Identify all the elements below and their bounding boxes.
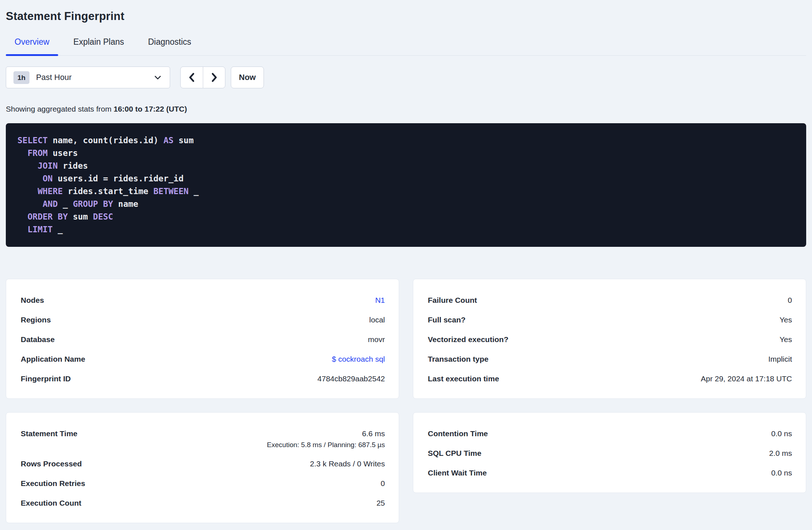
tab-overview[interactable]: Overview	[6, 36, 58, 55]
sql-token	[17, 225, 28, 234]
statement-fingerprint-page: Statement Fingerprint OverviewExplain Pl…	[0, 0, 812, 523]
tab-diagnostics[interactable]: Diagnostics	[139, 36, 200, 55]
stat-value-wrap: 0	[788, 295, 792, 305]
stat-row: Rows Processed2.3 k Reads / 0 Writes	[21, 459, 385, 469]
sql-token	[68, 199, 73, 209]
sql-token: id	[88, 174, 98, 183]
sql-token	[113, 199, 118, 209]
time-range-dropdown[interactable]: 1h Past Hour	[6, 67, 170, 88]
stat-row: Execution Count25	[21, 498, 385, 508]
sql-statement-box: SELECT name, count(rides.id) AS sum FROM…	[6, 123, 806, 247]
nodes-link[interactable]: N1	[375, 295, 385, 305]
sql-token: _	[63, 199, 68, 209]
stats-grid: NodesN1RegionslocalDatabasemovrApplicati…	[6, 279, 806, 523]
sql-keyword: BY	[103, 199, 113, 209]
sql-token: sum	[178, 136, 194, 145]
stat-label: Contention Time	[428, 429, 488, 439]
stat-value: 0.0 ns	[771, 429, 792, 439]
stat-value-wrap: 2.0 ms	[769, 448, 792, 458]
sql-token: rider_id	[143, 174, 184, 183]
stat-value: 25	[377, 498, 385, 508]
sql-keyword: SELECT	[17, 136, 48, 145]
stat-row: Databasemovr	[21, 334, 385, 345]
stat-row: Execution Retries0	[21, 478, 385, 489]
stat-value-wrap: 4784cb829aab2542	[317, 374, 385, 384]
next-range-button[interactable]	[203, 67, 225, 88]
stat-label: Failure Count	[428, 295, 477, 305]
sql-token	[17, 186, 37, 196]
application-name-link[interactable]: $ cockroach sql	[332, 354, 385, 364]
stat-label: Statement Time	[21, 429, 77, 439]
sql-token	[48, 148, 53, 158]
sql-token: count	[83, 136, 108, 145]
summary-card-right: Failure Count0Full scan?YesVectorized ex…	[413, 279, 806, 399]
stat-label: Nodes	[21, 295, 44, 305]
stat-row: Failure Count0	[428, 295, 792, 305]
stat-label: Rows Processed	[21, 459, 82, 469]
stat-row: Fingerprint ID4784cb829aab2542	[21, 374, 385, 384]
stat-value: movr	[368, 334, 385, 345]
sql-keyword: DESC	[93, 212, 113, 221]
sql-keyword: ORDER	[28, 212, 53, 221]
stat-label: Transaction type	[428, 354, 489, 364]
summary-card-left: NodesN1RegionslocalDatabasemovrApplicati…	[6, 279, 399, 399]
stat-subvalue: Execution: 5.8 ms / Planning: 687.5 µs	[267, 441, 385, 449]
sql-token	[48, 136, 53, 145]
sql-token: rides	[113, 174, 138, 183]
sql-token: rides	[113, 136, 138, 145]
chevron-down-icon	[154, 73, 162, 81]
stat-row: NodesN1	[21, 295, 385, 305]
now-button[interactable]: Now	[231, 67, 264, 88]
stat-row: Regionslocal	[21, 315, 385, 325]
stat-value: Implicit	[768, 354, 792, 364]
sql-keyword: AND	[43, 199, 58, 209]
stat-label: Fingerprint ID	[21, 374, 71, 384]
sql-keyword: WHERE	[37, 186, 63, 196]
stat-label: Last execution time	[428, 374, 499, 384]
sql-token: _	[194, 186, 199, 196]
sql-token	[17, 148, 28, 158]
stat-value: Apr 29, 2024 at 17:18 UTC	[701, 374, 792, 384]
sql-keyword: ON	[43, 174, 53, 183]
sql-keyword: BETWEEN	[153, 186, 189, 196]
stat-value-wrap: Yes	[780, 315, 792, 325]
stat-value: Yes	[780, 315, 792, 325]
stat-value-wrap: 0.0 ns	[771, 429, 792, 439]
stat-label: Regions	[21, 315, 51, 325]
stat-row: Contention Time0.0 ns	[428, 429, 792, 439]
chevron-right-icon	[209, 72, 219, 83]
sql-token: .	[138, 136, 143, 145]
sql-token: users	[58, 174, 83, 183]
sql-token	[17, 161, 37, 170]
tab-bar: OverviewExplain PlansDiagnostics	[6, 36, 806, 56]
stat-row: SQL CPU Time2.0 ms	[428, 448, 792, 458]
sql-token: rides	[63, 161, 88, 170]
stat-value: 2.0 ms	[769, 448, 792, 458]
time-range-label: Past Hour	[36, 73, 72, 82]
stat-label: Execution Retries	[21, 478, 85, 489]
tab-explain-plans[interactable]: Explain Plans	[65, 36, 133, 55]
sql-token	[68, 212, 73, 221]
sql-token: users	[53, 148, 78, 158]
sql-token: .	[138, 174, 143, 183]
sql-token	[148, 186, 153, 196]
stat-value: 0.0 ns	[771, 468, 792, 478]
sql-keyword: JOIN	[37, 161, 57, 170]
sql-token	[17, 174, 43, 183]
stat-label: SQL CPU Time	[428, 448, 481, 458]
stat-row: Application Name$ cockroach sql	[21, 354, 385, 364]
sql-token: sum	[73, 212, 88, 221]
stat-label: Client Wait Time	[428, 468, 487, 478]
stat-value-wrap: Implicit	[768, 354, 792, 364]
stat-value-wrap: Apr 29, 2024 at 17:18 UTC	[701, 374, 792, 384]
stat-value-wrap: N1	[375, 295, 385, 305]
sql-keyword: AS	[164, 136, 174, 145]
prev-range-button[interactable]	[181, 67, 203, 88]
sql-token: id	[143, 136, 153, 145]
stat-value-wrap: 0	[381, 478, 385, 489]
stat-row: Transaction typeImplicit	[428, 354, 792, 364]
stat-value-wrap: 6.6 msExecution: 5.8 ms / Planning: 687.…	[267, 429, 385, 449]
sql-keyword: LIMIT	[28, 225, 53, 234]
sql-token: =	[98, 174, 113, 183]
stat-label: Vectorized execution?	[428, 334, 508, 345]
